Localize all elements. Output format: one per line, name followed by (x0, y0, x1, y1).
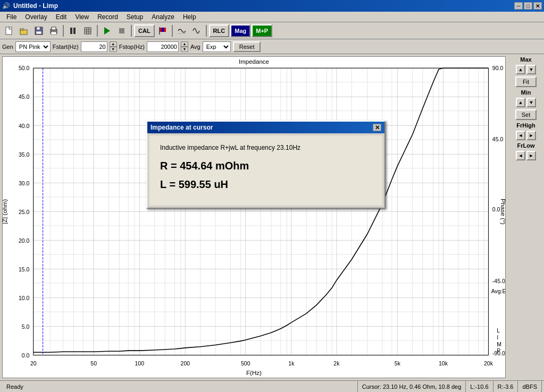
min-down-button[interactable]: ▼ (526, 98, 536, 107)
svg-text:30.0: 30.0 (19, 180, 30, 186)
mag-button[interactable]: Mag (230, 24, 250, 37)
impedance-dialog: Impedance at cursor ✕ Inductive impedanc… (146, 121, 386, 209)
fstart-spinner[interactable]: ▲ ▼ (110, 41, 117, 52)
grid-button[interactable] (81, 24, 95, 37)
menu-view[interactable]: View (71, 12, 93, 22)
menu-help[interactable]: Help (179, 12, 200, 22)
svg-text:25.0: 25.0 (19, 209, 30, 215)
menu-overlay[interactable]: Overlay (21, 12, 51, 22)
app-icon: 🔊 (2, 2, 10, 10)
frlow-arrows: ◄ ► (516, 151, 536, 160)
chart-area[interactable]: 50.0 45.0 40.0 35.0 30.0 25.0 20.0 15.0 … (2, 56, 506, 378)
frlow-left-button[interactable]: ◄ (516, 151, 525, 160)
window-title: Untitled - Limp (13, 2, 58, 10)
svg-text:20: 20 (30, 360, 37, 367)
svg-text:15.0: 15.0 (19, 266, 30, 272)
menu-record[interactable]: Record (93, 12, 122, 22)
minimize-button[interactable]: ─ (514, 2, 523, 10)
frhigh-left-button[interactable]: ◄ (516, 131, 525, 140)
svg-text:I: I (497, 334, 498, 340)
dialog-title: Impedance at cursor (150, 124, 213, 131)
toolbar-sep-4 (172, 25, 173, 37)
set-button[interactable]: Set (515, 109, 537, 120)
mp-button[interactable]: M+P (252, 24, 272, 37)
menu-file[interactable]: File (2, 12, 21, 22)
dialog-r-value: R = 454.64 mOhm (160, 160, 372, 172)
status-r: R:-3.6 (493, 381, 518, 392)
status-dbfs: dBFS (518, 381, 542, 392)
menu-edit[interactable]: Edit (52, 12, 71, 22)
max-label: Max (520, 56, 531, 63)
menu-bar: File Overlay Edit View Record Setup Anal… (0, 12, 544, 22)
wave1-button[interactable] (175, 24, 189, 37)
menu-analyze[interactable]: Analyze (147, 12, 179, 22)
dialog-subtitle: Inductive impedance R+jwL at frequency 2… (160, 144, 372, 151)
save-button[interactable] (32, 24, 46, 37)
rlc-button[interactable]: RLC (209, 24, 230, 37)
svg-text:35.0: 35.0 (19, 151, 30, 158)
frhigh-arrows: ◄ ► (516, 131, 536, 140)
title-bar: 🔊 Untitled - Limp ─ □ ✕ (0, 0, 544, 12)
min-label: Min (521, 89, 531, 96)
pause-button[interactable] (66, 24, 80, 37)
svg-rect-7 (52, 27, 56, 30)
menu-setup[interactable]: Setup (122, 12, 147, 22)
new-button[interactable] (2, 24, 16, 37)
svg-text:40.0: 40.0 (19, 122, 30, 129)
svg-rect-9 (70, 28, 72, 34)
svg-rect-20 (119, 28, 124, 33)
flag-button[interactable] (156, 24, 170, 37)
svg-text:10.0: 10.0 (19, 295, 30, 301)
svg-rect-25 (3, 57, 505, 378)
open-button[interactable] (17, 24, 31, 37)
svg-text:50.0: 50.0 (19, 65, 30, 71)
min-arrows: ▲ ▼ (516, 98, 536, 107)
main-area: 50.0 45.0 40.0 35.0 30.0 25.0 20.0 15.0 … (0, 54, 544, 380)
svg-text:F(Hz): F(Hz) (246, 369, 262, 376)
reset-button[interactable]: Reset (233, 41, 261, 52)
dialog-titlebar[interactable]: Impedance at cursor ✕ (147, 122, 384, 133)
frlow-label: FrLow (517, 142, 535, 149)
fstop-input[interactable] (147, 41, 179, 52)
control-bar: Gen PN Pink Sine MLS Fstart(Hz) ▲ ▼ Fsto… (0, 39, 544, 54)
frlow-right-button[interactable]: ► (526, 151, 536, 160)
max-down-button[interactable]: ▼ (526, 65, 536, 74)
svg-text:|Z| (ohm): |Z| (ohm) (3, 199, 8, 224)
l-value: L:-10.6 (470, 384, 488, 390)
dbfs-text: dBFS (522, 384, 537, 390)
stop-button[interactable] (115, 24, 129, 37)
svg-text:100: 100 (135, 360, 145, 367)
right-panel: Max ▲ ▼ Fit Min ▲ ▼ Set FrHigh ◄ ► FrLow… (508, 54, 544, 380)
fit-button[interactable]: Fit (515, 76, 537, 87)
svg-text:45.0: 45.0 (19, 93, 30, 100)
svg-text:0.0: 0.0 (22, 352, 30, 359)
gen-select[interactable]: PN Pink Sine MLS (15, 41, 51, 52)
r-value: R:-3.6 (498, 384, 514, 390)
svg-rect-10 (73, 28, 76, 34)
fstop-up[interactable]: ▲ (181, 41, 188, 47)
frhigh-right-button[interactable]: ► (526, 131, 536, 140)
fstop-down[interactable]: ▼ (181, 47, 188, 52)
close-button[interactable]: ✕ (533, 2, 542, 10)
min-up-button[interactable]: ▲ (516, 98, 525, 107)
title-bar-controls[interactable]: ─ □ ✕ (514, 2, 542, 10)
print-button[interactable] (47, 24, 61, 37)
svg-text:1k: 1k (288, 360, 295, 367)
fstart-input[interactable] (81, 41, 107, 52)
svg-text:20.0: 20.0 (19, 237, 30, 244)
svg-rect-8 (51, 32, 56, 35)
svg-text:50: 50 (90, 360, 97, 367)
dialog-close-button[interactable]: ✕ (373, 124, 381, 131)
cal-button[interactable]: CAL (134, 24, 155, 37)
fstop-spinner[interactable]: ▲ ▼ (181, 41, 188, 52)
wave2-button[interactable] (190, 24, 204, 37)
play-button[interactable] (100, 24, 114, 37)
fstart-up[interactable]: ▲ (110, 41, 117, 47)
fstart-down[interactable]: ▼ (110, 47, 117, 52)
svg-text:10k: 10k (439, 360, 448, 367)
avg-select[interactable]: Exp Lin None (203, 41, 231, 52)
max-arrows: ▲ ▼ (516, 65, 536, 74)
maximize-button[interactable]: □ (524, 2, 532, 10)
svg-text:500: 500 (241, 360, 250, 367)
max-up-button[interactable]: ▲ (516, 65, 525, 74)
